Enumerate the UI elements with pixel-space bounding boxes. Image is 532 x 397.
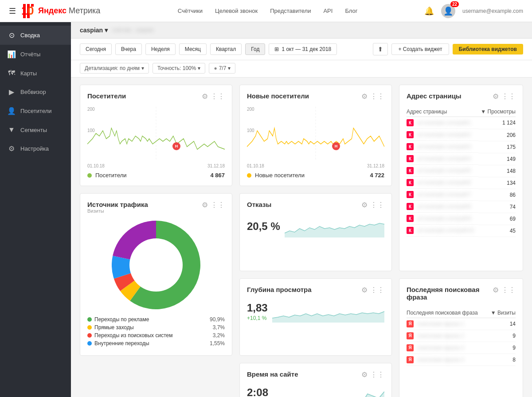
svg-text:0: 0 <box>27 4 34 17</box>
sidebar-item-reports[interactable]: 📊 Отчёты <box>0 45 71 64</box>
filter-detail-button[interactable]: Детализация: по дням ▾ <box>80 63 149 74</box>
filter-segments-button[interactable]: ● 7/7 ▾ <box>209 63 235 74</box>
search-phrase: поисковая фраза 1 <box>417 321 464 327</box>
date-range-button[interactable]: ⊞ 1 окт — 31 дек 2018 <box>269 43 337 55</box>
settings-icon[interactable]: ⚙ <box>493 286 499 294</box>
legend-pct: 3,2% <box>213 332 225 339</box>
settings-icon[interactable]: ⚙ <box>361 92 368 101</box>
page-url: url.example.com/path10 <box>417 227 474 234</box>
node-marker-1: Н <box>332 142 340 150</box>
period-yesterday[interactable]: Вчера <box>115 43 142 55</box>
pie-legend: Переходы по рекламе 90,9% Прямые заходы … <box>87 316 225 346</box>
phrase-cell[interactable]: Я поисковая фраза 1 <box>407 318 487 330</box>
drag-icon[interactable]: ⋮⋮ <box>370 201 384 209</box>
period-month[interactable]: Месяц <box>179 43 207 55</box>
settings-icon[interactable]: ⚙ <box>202 92 208 101</box>
legend-dot <box>87 341 92 346</box>
filter-detail-label: Детализация: по дням <box>85 65 140 71</box>
sidebar-item-visitors[interactable]: 👤 Посетители <box>0 101 71 121</box>
filter-accuracy-button[interactable]: Точность: 100% ▾ <box>153 63 205 74</box>
notification-badge: 22 <box>450 1 459 7</box>
page-addr-cell[interactable]: К url.example.com/path8 <box>407 201 478 213</box>
page-addr-cell[interactable]: К url.example.com/path6 <box>407 177 478 189</box>
traffic-source-title: Источник трафика <box>87 201 148 208</box>
drag-icon[interactable]: ⋮⋮ <box>211 92 225 101</box>
upload-button[interactable]: ⬆ <box>373 43 388 55</box>
bounce-spark <box>285 215 384 237</box>
new-visitors-dot <box>247 173 251 178</box>
drag-icon[interactable]: ⋮⋮ <box>501 286 516 294</box>
phrase-visits-cell: 8 <box>487 354 516 366</box>
legend-dot <box>87 317 92 322</box>
sidebar-item-settings[interactable]: ⚙ Настройка <box>0 139 71 158</box>
legend-dot <box>87 325 92 330</box>
nav-link-api[interactable]: API <box>323 8 332 14</box>
phrase-cell[interactable]: Я поисковая фраза 3 <box>407 342 487 354</box>
period-year[interactable]: Год <box>245 43 265 55</box>
page-addr-cell[interactable]: К url.example.com/path3 <box>407 141 478 153</box>
date-range-text: 1 окт — 31 дек 2018 <box>282 46 331 52</box>
page-url: url.example.com/path1 <box>417 120 471 126</box>
nav-link-reps[interactable]: Представители <box>270 8 311 14</box>
page-addr-cell[interactable]: К url.example.com/path5 <box>407 165 478 177</box>
drag-icon[interactable]: ⋮⋮ <box>370 286 384 294</box>
search-phrase-row: Я поисковая фраза 1 14 <box>407 318 516 330</box>
phrase-cell[interactable]: Я поисковая фраза 2 <box>407 330 487 342</box>
drag-icon[interactable]: ⋮⋮ <box>370 92 384 101</box>
pie-chart-container <box>87 221 225 309</box>
phrase-visits-cell: 9 <box>487 330 516 342</box>
bell-icon[interactable]: 🔔 <box>424 6 434 16</box>
page-addr-cell[interactable]: К url.example.com/path4 <box>407 153 478 165</box>
phrase-visits-cell: 9 <box>487 342 516 354</box>
settings-icon[interactable]: ⚙ <box>202 201 208 209</box>
page-views-cell: 74 <box>478 201 516 213</box>
x-label-start: 01.10.18 <box>87 163 105 168</box>
search-phrase-table: Последняя поисковая фраза ▼ Визиты Я пои… <box>407 308 516 366</box>
settings-icon[interactable]: ⚙ <box>361 370 368 379</box>
nav-link-counters[interactable]: Счётчики <box>178 8 203 14</box>
nav-link-call[interactable]: Целевой звонок <box>215 8 258 14</box>
page-addr-cell[interactable]: К url.example.com/path7 <box>407 189 478 201</box>
drag-icon[interactable]: ⋮⋮ <box>211 201 225 209</box>
x-label-start: 01.10.18 <box>247 163 264 168</box>
legend-item: Переходы из поисковых систем 3,2% <box>87 332 225 339</box>
page-addr-cell[interactable]: К url.example.com/path1 <box>407 117 478 129</box>
yandex-icon: Я <box>407 356 414 363</box>
settings-icon[interactable]: ⚙ <box>361 286 368 294</box>
period-today[interactable]: Сегодня <box>80 43 112 55</box>
visitors-metric: Посетители 4 867 <box>87 172 225 179</box>
filter-icon: ▼ <box>7 126 16 134</box>
avatar-wrap[interactable]: 👤 22 <box>441 4 455 18</box>
search-phrase-title: Последняя поисковая фраза <box>407 286 493 301</box>
time-stat-row: 2:08 +7,29 % <box>247 385 384 397</box>
page-addr-cell[interactable]: К url.example.com/path10 <box>407 225 478 237</box>
sidebar-label-segments: Сегменты <box>20 127 47 133</box>
page-addr-row: К url.example.com/path5 148 <box>407 165 516 177</box>
settings-icon[interactable]: ⚙ <box>493 92 499 101</box>
page-addr-cell[interactable]: К url.example.com/path2 <box>407 129 478 141</box>
search-phrase-row: Я поисковая фраза 3 9 <box>407 342 516 354</box>
legend-label: Переходы из поисковых систем <box>94 332 172 339</box>
settings-icon[interactable]: ⚙ <box>361 201 368 209</box>
drag-icon[interactable]: ⋮⋮ <box>501 92 516 101</box>
sidebar-item-segments[interactable]: ▼ Сегменты <box>0 121 71 139</box>
sidebar-item-svodka[interactable]: ⊙ Сводка <box>0 26 71 45</box>
search-phrase-row: Я поисковая фраза 4 8 <box>407 354 516 366</box>
library-button[interactable]: Библиотека виджетов <box>453 44 523 54</box>
page-addr-row: К url.example.com/path4 149 <box>407 153 516 165</box>
sidebar-label-reports: Отчёты <box>20 51 40 58</box>
nav-link-blog[interactable]: Блог <box>345 8 357 14</box>
sidebar-item-webvisor[interactable]: ▶ Вебвизор <box>0 82 71 101</box>
play-icon: ▶ <box>7 88 16 96</box>
period-quarter[interactable]: Квартал <box>210 43 242 55</box>
account-name[interactable]: caspian ▾ <box>80 27 108 34</box>
page-addr-cell[interactable]: К url.example.com/path9 <box>407 213 478 225</box>
sidebar-item-maps[interactable]: 🗺 Карты <box>0 64 71 82</box>
period-week[interactable]: Неделя <box>145 43 176 55</box>
page-views-cell: 69 <box>478 213 516 225</box>
hamburger-icon[interactable]: ☰ <box>9 6 16 16</box>
page-addr-row: К url.example.com/path3 175 <box>407 141 516 153</box>
drag-icon[interactable]: ⋮⋮ <box>370 370 384 379</box>
create-widget-button[interactable]: + Создать виджет <box>391 43 449 55</box>
phrase-cell[interactable]: Я поисковая фраза 4 <box>407 354 487 366</box>
